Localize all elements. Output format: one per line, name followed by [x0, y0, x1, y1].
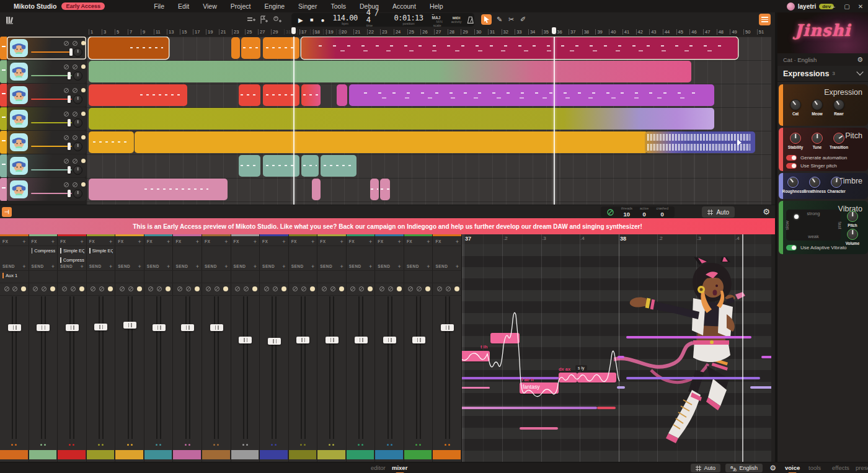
mixer-strip[interactable]: FX+SEND+ — [375, 234, 404, 462]
mute-icon[interactable] — [42, 286, 46, 291]
menu-item-account[interactable]: Account — [387, 1, 422, 11]
clip[interactable] — [89, 179, 228, 200]
strip-color-pad[interactable] — [289, 450, 317, 459]
track-card[interactable] — [7, 37, 86, 60]
menu-item-file[interactable]: File — [148, 1, 170, 11]
send-header[interactable]: SEND+ — [407, 262, 430, 270]
record-arm-icon[interactable] — [81, 64, 86, 69]
arrangement-settings-gear-icon[interactable]: ⚙ — [763, 207, 770, 216]
send-header[interactable]: SEND+ — [349, 262, 373, 270]
track-card[interactable] — [7, 178, 86, 201]
fader-handle[interactable] — [66, 324, 79, 331]
mute-icon[interactable] — [73, 159, 78, 164]
send-header[interactable]: SEND+ — [378, 262, 401, 270]
add-fx-button[interactable]: + — [224, 239, 228, 245]
mixer-strip[interactable]: FX+Simple EQCompressorSEND+ — [58, 234, 87, 462]
track-header[interactable] — [0, 131, 87, 154]
track-card[interactable] — [7, 84, 86, 107]
fx-header[interactable]: FX+ — [349, 237, 373, 245]
mute-icon[interactable] — [273, 286, 278, 291]
track-card[interactable] — [7, 60, 86, 83]
menu-item-tools[interactable]: Tools — [325, 1, 352, 11]
volume-slider[interactable] — [31, 51, 72, 53]
clip[interactable] — [337, 84, 347, 106]
fx-header[interactable]: FX+ — [234, 237, 257, 245]
menu-item-project[interactable]: Project — [225, 1, 257, 11]
track-color-tab[interactable] — [0, 84, 7, 107]
knob-tune[interactable]: Tune — [809, 133, 825, 149]
pan-knob[interactable] — [73, 189, 82, 198]
track-color-tab[interactable] — [0, 131, 7, 154]
clip[interactable] — [89, 37, 169, 59]
mixer-strip[interactable]: FX+SEND+ — [231, 234, 260, 462]
record-arm-icon[interactable] — [397, 286, 402, 291]
send-header[interactable]: SEND+ — [175, 262, 199, 270]
mute-icon[interactable] — [330, 286, 335, 291]
knob-pitch[interactable]: Pitch — [844, 211, 861, 228]
record-arm-icon[interactable] — [137, 286, 142, 291]
pan-knob[interactable] — [73, 142, 82, 151]
strip-color-pad[interactable] — [433, 450, 461, 459]
pan-knob[interactable] — [73, 95, 82, 104]
menu-item-engine[interactable]: Engine — [259, 1, 290, 11]
track-header[interactable] — [0, 178, 87, 201]
knob-character[interactable]: Character — [828, 177, 844, 193]
record-arm-icon[interactable] — [81, 159, 86, 163]
fader-handle[interactable] — [94, 324, 107, 330]
maximize-button[interactable]: ▢ — [843, 3, 851, 10]
cursor-tool-button[interactable] — [481, 14, 492, 25]
editor-snap-auto-button[interactable]: Auto — [691, 464, 720, 472]
strip-color-pad[interactable] — [173, 450, 201, 459]
mixer-strip[interactable]: FX+SEND+ — [144, 234, 174, 462]
strip-color-pad[interactable] — [115, 450, 143, 459]
mute-icon[interactable] — [186, 286, 191, 291]
mixer-strip[interactable]: FX+SEND+ — [347, 234, 376, 462]
add-fx-button[interactable]: + — [369, 239, 372, 245]
volume-handle[interactable] — [68, 95, 71, 103]
fx-header[interactable]: FX+ — [60, 237, 84, 245]
volume-slider[interactable] — [31, 169, 72, 170]
fader-handle[interactable] — [296, 337, 309, 343]
fx-item[interactable]: Simple EQ — [60, 247, 84, 255]
mute-icon[interactable] — [128, 286, 133, 291]
add-fx-button[interactable]: + — [456, 239, 459, 245]
marker-tool-button[interactable]: ✐ — [518, 14, 528, 25]
seek-preview-line[interactable] — [293, 37, 294, 205]
pan-knob[interactable] — [73, 166, 82, 175]
clip[interactable] — [380, 179, 390, 200]
mixer-strip[interactable]: FX+SEND+ — [202, 234, 231, 462]
send-header[interactable]: SEND+ — [205, 262, 228, 270]
record-arm-icon[interactable] — [223, 286, 228, 291]
solo-icon[interactable] — [64, 64, 69, 69]
add-send-button[interactable]: + — [254, 263, 257, 270]
mute-icon[interactable] — [359, 286, 364, 291]
track-header[interactable] — [0, 107, 87, 130]
singer-avatar-icon[interactable] — [10, 39, 28, 57]
add-send-button[interactable]: + — [369, 263, 372, 270]
clip[interactable] — [89, 108, 714, 130]
clip[interactable] — [370, 179, 379, 200]
add-track-icon[interactable] — [247, 15, 257, 25]
track-header[interactable] — [0, 60, 87, 83]
add-send-button[interactable]: + — [109, 263, 112, 270]
mute-icon[interactable] — [71, 286, 76, 291]
fx-header[interactable]: FX+ — [205, 237, 228, 245]
clip[interactable] — [321, 155, 356, 177]
clip[interactable] — [645, 131, 755, 153]
pan-knob[interactable] — [73, 71, 82, 81]
send-header[interactable]: SEND+ — [60, 262, 84, 270]
scale-display[interactable]: – MAJMIN scale — [432, 12, 443, 28]
strip-color-pad[interactable] — [0, 450, 28, 459]
send-header[interactable]: SEND+ — [262, 262, 286, 270]
fader-handle[interactable] — [37, 324, 50, 331]
solo-icon[interactable] — [120, 286, 125, 291]
add-send-button[interactable]: + — [167, 263, 170, 270]
volume-handle[interactable] — [68, 166, 71, 174]
solo-icon[interactable] — [33, 286, 38, 291]
strip-color-pad[interactable] — [29, 450, 57, 459]
track-header[interactable] — [0, 154, 87, 177]
record-arm-icon[interactable] — [81, 112, 86, 116]
fx-header[interactable]: FX+ — [2, 237, 26, 245]
add-fx-button[interactable]: + — [398, 239, 401, 245]
solo-icon[interactable] — [4, 286, 9, 291]
